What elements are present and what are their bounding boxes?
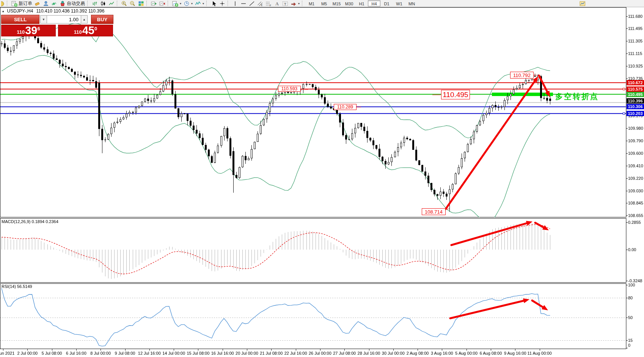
timeframe-m30-button[interactable]: M30 bbox=[343, 0, 355, 6]
chart-symbol-period: USDJPY-,H4 bbox=[7, 8, 33, 14]
price-tag: 110.495 bbox=[627, 92, 644, 97]
cursor-button[interactable] bbox=[210, 0, 218, 7]
signals-button[interactable] bbox=[50, 0, 58, 7]
rsi-axis-label: 0 bbox=[628, 343, 644, 348]
price-tag: 110.672 bbox=[627, 80, 644, 85]
timeframe-m15-button[interactable]: M15 bbox=[330, 0, 343, 6]
bar-chart-button[interactable] bbox=[91, 0, 99, 7]
tile-windows-button[interactable] bbox=[137, 0, 145, 7]
price-axis-label: 109.600 bbox=[628, 151, 644, 156]
buy-button[interactable]: BUY bbox=[91, 15, 113, 24]
rsi-axis-label: 80 bbox=[628, 296, 644, 300]
price-annotation-label[interactable]: 110.593 bbox=[278, 86, 301, 92]
price-annotation-label[interactable]: 110.495 bbox=[441, 90, 470, 99]
toolbar-separator bbox=[168, 1, 170, 6]
sell-price-sup: 6 bbox=[38, 26, 40, 31]
chart-shift-button[interactable] bbox=[158, 0, 166, 7]
price-annotation-label[interactable]: 110.289 bbox=[334, 104, 357, 110]
buy-price-button[interactable]: 110 45 0 bbox=[58, 25, 113, 36]
periods-button[interactable]: ▾ bbox=[182, 0, 194, 7]
rsi-axis-label: 100 bbox=[628, 283, 644, 287]
timeframe-mn-button[interactable]: MN bbox=[405, 0, 418, 6]
time-axis-label: 11 Aug 00:00 bbox=[525, 351, 555, 355]
price-axis-label: 111.115 bbox=[628, 51, 644, 56]
volume-decrease-button[interactable]: ▼ bbox=[40, 15, 47, 24]
price-tag: 110.396 bbox=[627, 98, 644, 104]
svg-text:A: A bbox=[275, 1, 279, 6]
price-axis-label: 109.030 bbox=[628, 189, 644, 193]
rsi-indicator-label: RSI(14) 56.5149 bbox=[2, 284, 32, 289]
price-annotation-label[interactable]: 108.714 bbox=[422, 208, 446, 215]
autotrade-button[interactable]: 自动交易 bbox=[58, 0, 86, 7]
timeframe-h1-button[interactable]: H1 bbox=[355, 0, 368, 6]
svg-text:T: T bbox=[284, 2, 286, 6]
turning-point-annotation[interactable]: 多空转折点 bbox=[555, 91, 599, 102]
price-tag: 110.306 bbox=[627, 104, 644, 109]
toolbar-separator bbox=[302, 1, 304, 6]
zoom-out-button[interactable] bbox=[129, 0, 137, 7]
toolbar-separator bbox=[7, 1, 9, 6]
main-toolbar: 新订单自动交易▾▾▾EFAT▾M1M5M15M30H1H4D1W1MN bbox=[0, 0, 644, 7]
price-axis-label: 110.925 bbox=[628, 64, 644, 68]
eraser-icon[interactable] bbox=[33, 0, 42, 7]
equidistant-channel-button[interactable]: E bbox=[256, 0, 264, 7]
clipped-left-icon[interactable] bbox=[0, 0, 6, 7]
new-chart-button[interactable]: ▾ bbox=[171, 0, 182, 7]
svg-text:F: F bbox=[270, 4, 271, 6]
chart-ohlc-values: 110.410 110.436 110.392 110.396 bbox=[36, 8, 104, 14]
candlestick-chart-button[interactable] bbox=[99, 0, 107, 7]
horizontal-line-button[interactable] bbox=[239, 0, 248, 7]
profile-button[interactable] bbox=[42, 0, 50, 7]
mt4-terminal-window: 新订单自动交易▾▾▾EFAT▾M1M5M15M30H1H4D1W1MN ▴ US… bbox=[0, 0, 644, 357]
crosshair-button[interactable] bbox=[218, 0, 226, 7]
buy-price-big: 45 bbox=[82, 25, 94, 36]
auto-scroll-button[interactable] bbox=[150, 0, 158, 7]
price-tag: 110.203 bbox=[627, 111, 644, 116]
macd-axis-label: 0.2855 bbox=[628, 220, 644, 225]
sell-price-button[interactable]: 110 39 6 bbox=[1, 25, 56, 36]
text-button[interactable]: A bbox=[273, 0, 281, 7]
new-order-button[interactable]: 新订单 bbox=[10, 0, 33, 7]
chart-canvas[interactable] bbox=[0, 0, 644, 357]
timeframe-m5-button[interactable]: M5 bbox=[318, 0, 330, 6]
vertical-line-button[interactable] bbox=[231, 0, 239, 7]
toolbar-separator bbox=[206, 1, 208, 6]
price-axis-label: 108.655 bbox=[628, 213, 644, 218]
price-axis-label: 111.305 bbox=[628, 39, 644, 43]
volume-stepper: ▼ ▲ bbox=[40, 15, 90, 24]
price-annotation-label[interactable]: 110.792 bbox=[510, 72, 534, 79]
zoom-in-button[interactable] bbox=[120, 0, 129, 7]
timeframe-w1-button[interactable]: W1 bbox=[393, 0, 405, 6]
sell-price-big: 39 bbox=[25, 25, 37, 36]
timeframe-h4-button[interactable]: H4 bbox=[368, 0, 380, 6]
text-label-button[interactable]: T bbox=[281, 0, 289, 7]
toolbar-separator bbox=[87, 1, 89, 6]
toolbar-separator bbox=[117, 1, 119, 6]
rsi-axis-label: 50 bbox=[628, 315, 644, 320]
toolbar-separator bbox=[228, 1, 229, 6]
volume-input[interactable] bbox=[47, 15, 81, 24]
price-axis-label: 109.220 bbox=[628, 176, 644, 181]
chart-title: ▴ USDJPY-,H4 110.410 110.436 110.392 110… bbox=[2, 8, 104, 14]
indicators-button[interactable]: ▾ bbox=[194, 0, 205, 7]
trendline-button[interactable] bbox=[248, 0, 256, 7]
buy-price-prefix: 110 bbox=[74, 29, 82, 35]
fibonacci-button[interactable]: F bbox=[264, 0, 273, 7]
volume-increase-button[interactable]: ▲ bbox=[81, 15, 88, 24]
toolbar-separator bbox=[146, 1, 148, 6]
arrows-objects-button[interactable]: ▾ bbox=[289, 0, 301, 7]
svg-text:E: E bbox=[261, 4, 263, 6]
price-axis-label: 109.410 bbox=[628, 164, 644, 168]
macd-indicator-label: MACD(12,26,9) 0.1894 0.2364 bbox=[2, 219, 58, 224]
one-click-trading-panel: SELL ▼ ▲ BUY 110 39 6 110 45 0 bbox=[1, 15, 113, 36]
buy-price-sup: 0 bbox=[94, 26, 97, 31]
sell-button[interactable]: SELL bbox=[1, 15, 39, 24]
price-axis-label: 109.980 bbox=[628, 126, 644, 131]
chart-window-icon[interactable] bbox=[578, 0, 587, 7]
price-axis-label: 111.680 bbox=[628, 14, 644, 19]
timeframe-d1-button[interactable]: D1 bbox=[380, 0, 393, 6]
symbol-marker-icon: ▴ bbox=[2, 9, 4, 13]
line-chart-button[interactable] bbox=[107, 0, 116, 7]
timeframe-m1-button[interactable]: M1 bbox=[305, 0, 318, 6]
price-axis-label: 108.845 bbox=[628, 201, 644, 205]
